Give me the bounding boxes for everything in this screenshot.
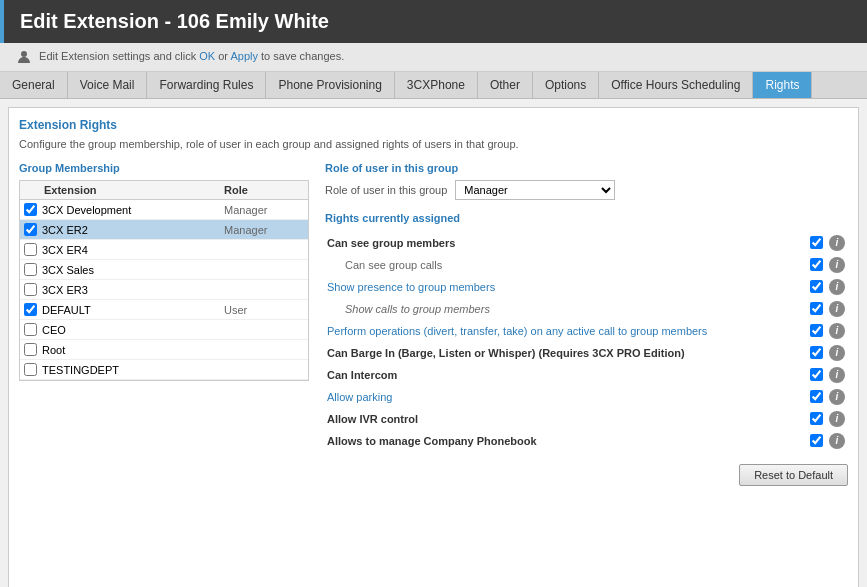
- role-select[interactable]: Manager User Admin: [455, 180, 615, 200]
- info-icon-7[interactable]: i: [829, 389, 845, 405]
- role-row: Role of user in this group Manager User …: [325, 180, 848, 200]
- tab-bar: General Voice Mail Forwarding Rules Phon…: [0, 72, 867, 99]
- tab-forwarding[interactable]: Forwarding Rules: [147, 72, 266, 98]
- subtitle-bar: Edit Extension settings and click OK or …: [0, 43, 867, 72]
- rights-check-9[interactable]: [806, 430, 826, 452]
- info-icon-5[interactable]: i: [829, 345, 845, 361]
- tab-general[interactable]: General: [0, 72, 68, 98]
- group-name-0: 3CX Development: [42, 204, 224, 216]
- apply-link[interactable]: Apply: [230, 50, 258, 62]
- group-row[interactable]: 3CX ER4: [20, 240, 308, 260]
- tab-voicemail[interactable]: Voice Mail: [68, 72, 148, 98]
- rights-row-8: Allow IVR control i: [325, 408, 848, 430]
- rights-label-5: Can Barge In (Barge, Listen or Whisper) …: [325, 342, 806, 364]
- user-icon: [16, 49, 32, 65]
- group-row[interactable]: 3CX Development Manager: [20, 200, 308, 220]
- tab-3cxphone[interactable]: 3CXPhone: [395, 72, 478, 98]
- info-icon-9[interactable]: i: [829, 433, 845, 449]
- group-row[interactable]: 3CX ER3: [20, 280, 308, 300]
- group-checkbox-3[interactable]: [24, 263, 37, 276]
- group-row[interactable]: TESTINGDEPT: [20, 360, 308, 380]
- group-checkbox-5[interactable]: [24, 303, 37, 316]
- group-name-5: DEFAULT: [42, 304, 224, 316]
- rights-row-9: Allows to manage Company Phonebook i: [325, 430, 848, 452]
- group-name-6: CEO: [42, 324, 224, 336]
- group-name-4: 3CX ER3: [42, 284, 224, 296]
- col-extension-header: Extension: [24, 184, 224, 196]
- rights-row-2: Show presence to group members i: [325, 276, 848, 298]
- rights-label-8: Allow IVR control: [325, 408, 806, 430]
- group-name-7: Root: [42, 344, 224, 356]
- page-title: Edit Extension - 106 Emily White: [0, 0, 867, 43]
- info-icon-0[interactable]: i: [829, 235, 845, 251]
- section-title: Extension Rights: [19, 118, 848, 132]
- rights-check-1[interactable]: [806, 254, 826, 276]
- right-panel: Role of user in this group Role of user …: [325, 162, 848, 486]
- group-checkbox-0[interactable]: [24, 203, 37, 216]
- tab-options[interactable]: Options: [533, 72, 599, 98]
- group-row[interactable]: DEFAULT User: [20, 300, 308, 320]
- left-panel: Group Membership Extension Role 3CX Deve…: [19, 162, 309, 486]
- section-description: Configure the group membership, role of …: [19, 138, 848, 150]
- group-checkbox-6[interactable]: [24, 323, 37, 336]
- tab-other[interactable]: Other: [478, 72, 533, 98]
- rights-label-6: Can Intercom: [325, 364, 806, 386]
- rights-label-1: Can see group calls: [325, 254, 806, 276]
- group-checkbox-4[interactable]: [24, 283, 37, 296]
- reset-to-default-button[interactable]: Reset to Default: [739, 464, 848, 486]
- group-checkbox-8[interactable]: [24, 363, 37, 376]
- info-icon-8[interactable]: i: [829, 411, 845, 427]
- rights-row-4: Perform operations (divert, transfer, ta…: [325, 320, 848, 342]
- info-icon-1[interactable]: i: [829, 257, 845, 273]
- tab-rights[interactable]: Rights: [753, 72, 812, 98]
- group-checkbox-7[interactable]: [24, 343, 37, 356]
- reset-button-container: Reset to Default: [325, 464, 848, 486]
- group-table: Extension Role 3CX Development Manager 3…: [19, 180, 309, 381]
- rights-row-5: Can Barge In (Barge, Listen or Whisper) …: [325, 342, 848, 364]
- ok-link[interactable]: OK: [199, 50, 215, 62]
- info-icon-6[interactable]: i: [829, 367, 845, 383]
- role-label: Role of user in this group: [325, 184, 447, 196]
- info-icon-2[interactable]: i: [829, 279, 845, 295]
- group-row[interactable]: CEO: [20, 320, 308, 340]
- group-name-3: 3CX Sales: [42, 264, 224, 276]
- two-column-layout: Group Membership Extension Role 3CX Deve…: [19, 162, 848, 486]
- info-icon-3[interactable]: i: [829, 301, 845, 317]
- group-row[interactable]: 3CX Sales: [20, 260, 308, 280]
- rights-row-0: Can see group members i: [325, 232, 848, 254]
- rights-check-4[interactable]: [806, 320, 826, 342]
- tab-phone-provisioning[interactable]: Phone Provisioning: [266, 72, 394, 98]
- tab-office-hours[interactable]: Office Hours Scheduling: [599, 72, 753, 98]
- rights-check-5[interactable]: [806, 342, 826, 364]
- col-role-header: Role: [224, 184, 304, 196]
- group-checkbox-1[interactable]: [24, 223, 37, 236]
- svg-point-0: [21, 51, 27, 57]
- role-section: Role of user in this group Role of user …: [325, 162, 848, 200]
- rights-check-8[interactable]: [806, 408, 826, 430]
- group-name-1: 3CX ER2: [42, 224, 224, 236]
- rights-check-6[interactable]: [806, 364, 826, 386]
- group-name-2: 3CX ER4: [42, 244, 224, 256]
- group-row[interactable]: 3CX ER2 Manager: [20, 220, 308, 240]
- group-name-8: TESTINGDEPT: [42, 364, 224, 376]
- rights-label-7: Allow parking: [325, 386, 806, 408]
- group-checkbox-2[interactable]: [24, 243, 37, 256]
- info-icon-4[interactable]: i: [829, 323, 845, 339]
- rights-row-7: Allow parking i: [325, 386, 848, 408]
- group-role-5: User: [224, 304, 304, 316]
- rights-label-3: Show calls to group members: [325, 298, 806, 320]
- rights-row-3: Show calls to group members i: [325, 298, 848, 320]
- rights-check-2[interactable]: [806, 276, 826, 298]
- rights-row-1: Can see group calls i: [325, 254, 848, 276]
- group-role-1: Manager: [224, 224, 304, 236]
- rights-check-0[interactable]: [806, 232, 826, 254]
- group-membership-title: Group Membership: [19, 162, 309, 174]
- rights-section-title: Rights currently assigned: [325, 212, 848, 224]
- group-table-header: Extension Role: [20, 181, 308, 200]
- rights-label-2: Show presence to group members: [325, 276, 806, 298]
- rights-check-3[interactable]: [806, 298, 826, 320]
- rights-check-7[interactable]: [806, 386, 826, 408]
- rights-label-9: Allows to manage Company Phonebook: [325, 430, 806, 452]
- group-row[interactable]: Root: [20, 340, 308, 360]
- role-section-title: Role of user in this group: [325, 162, 848, 174]
